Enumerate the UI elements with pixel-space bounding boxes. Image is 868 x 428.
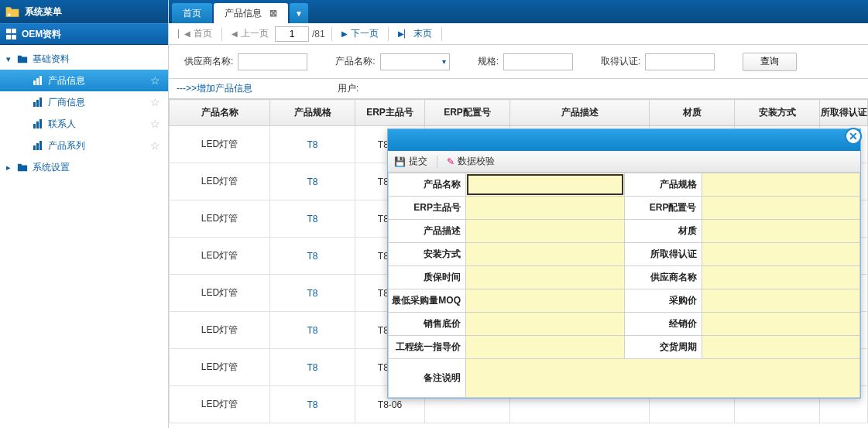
col-erp[interactable]: ERP主品号 (355, 100, 425, 126)
tree-item-product-series[interactable]: 产品系列 ☆ (0, 135, 168, 156)
filter-bar: 供应商名称: 产品名称: ▾ 规格: 取得认证: 查询 (169, 45, 868, 79)
tree-item-basic-data[interactable]: ▾ 基础资料 (0, 48, 168, 70)
form-input[interactable] (702, 313, 860, 335)
star-icon[interactable]: ☆ (150, 118, 160, 130)
star-icon[interactable]: ☆ (150, 139, 160, 152)
sidebar: 系统菜单 OEM资料 ▾ 基础资料 产品信息 ☆ 厂商信息 ☆ 联系人 ☆ 产品… (0, 0, 169, 428)
filter-spec: 规格: (478, 53, 573, 70)
form-input-cell (702, 266, 860, 289)
cell-name: LED灯管 (170, 126, 270, 163)
col-name[interactable]: 产品名称 (170, 100, 270, 126)
spec-input[interactable] (503, 53, 573, 70)
add-product-link[interactable]: --->>增加产品信息 (177, 82, 252, 95)
form-input[interactable] (466, 220, 624, 242)
form-row: 产品名称产品规格 (389, 173, 860, 197)
form-input[interactable] (466, 359, 859, 397)
svg-rect-3 (33, 102, 36, 107)
tree-item-contacts[interactable]: 联系人 ☆ (0, 113, 168, 135)
form-input[interactable] (702, 173, 860, 196)
dialog-close-button[interactable]: ✕ (845, 128, 862, 145)
cell-spec[interactable]: T8 (270, 386, 355, 423)
chart-icon (33, 140, 43, 151)
tree-item-system-settings[interactable]: ▸ 系统设置 (0, 156, 168, 178)
star-icon[interactable]: ☆ (150, 96, 160, 108)
col-erpcfg[interactable]: ERP配置号 (425, 100, 510, 126)
col-desc[interactable]: 产品描述 (510, 100, 650, 126)
col-cert[interactable]: 所取得认证 (820, 100, 868, 126)
cell-spec[interactable]: T8 (270, 275, 355, 312)
cell-spec[interactable]: T8 (270, 163, 355, 200)
separator (441, 27, 442, 41)
form-label: 最低采购量MOQ (389, 289, 466, 313)
cell-spec[interactable]: T8 (270, 126, 355, 163)
validate-button[interactable]: ✎ 数据校验 (447, 155, 495, 168)
form-input[interactable] (702, 197, 860, 219)
svg-rect-7 (36, 122, 39, 128)
star-icon[interactable]: ☆ (150, 74, 160, 87)
col-spec[interactable]: 产品规格 (270, 100, 355, 126)
form-input[interactable] (466, 266, 624, 289)
form-input[interactable] (702, 220, 860, 242)
submit-button[interactable]: 💾 提交 (394, 155, 427, 168)
filter-label: 规格: (478, 55, 499, 68)
svg-rect-11 (39, 141, 42, 150)
button-label: 数据校验 (458, 155, 495, 168)
form-label: 产品名称 (389, 173, 466, 197)
tab-home[interactable]: 首页 (172, 3, 212, 23)
svg-rect-10 (36, 143, 39, 150)
tab-product-info[interactable]: 产品信息 ⊠ (214, 3, 288, 23)
svg-rect-2 (39, 76, 42, 85)
next-icon: ▶ (341, 29, 348, 38)
cell-name: LED灯管 (170, 349, 270, 386)
form-input-cell (466, 173, 625, 197)
product-edit-dialog: ✕ 💾 提交 ✎ 数据校验 产品名称产品规格ERP主品号ERP配置号产品描述材质… (387, 128, 861, 399)
cell-spec[interactable]: T8 (270, 349, 355, 386)
sidebar-section-oem[interactable]: OEM资料 (0, 23, 168, 45)
cell-spec[interactable]: T8 (270, 238, 355, 275)
chart-icon (33, 97, 43, 108)
form-input[interactable] (466, 289, 624, 312)
form-input[interactable] (466, 243, 624, 265)
tree-label: 产品系列 (48, 139, 85, 152)
product-combo[interactable]: ▾ (380, 53, 450, 70)
pager-first[interactable]: ▏◀首页 (175, 27, 215, 40)
cell-spec[interactable]: T8 (270, 312, 355, 349)
form-input[interactable] (466, 313, 624, 335)
query-button[interactable]: 查询 (743, 53, 797, 71)
expand-icon[interactable]: ▾ (5, 54, 12, 64)
pager-next[interactable]: ▶下一页 (338, 27, 382, 40)
dialog-header[interactable]: ✕ (388, 129, 860, 151)
form-input[interactable] (702, 243, 860, 265)
form-input[interactable] (466, 173, 624, 196)
tree-item-vendor-info[interactable]: 厂商信息 ☆ (0, 91, 168, 113)
pager-page-input[interactable] (275, 26, 309, 42)
form-input[interactable] (702, 266, 860, 289)
tree-item-product-info[interactable]: 产品信息 ☆ (0, 70, 168, 91)
form-input[interactable] (466, 197, 624, 219)
tree-label: 厂商信息 (48, 96, 85, 109)
sidebar-title: 系统菜单 (25, 5, 62, 19)
pager-last[interactable]: ▶▏末页 (395, 27, 435, 40)
expand-icon[interactable]: ▸ (5, 163, 12, 173)
pager-prev[interactable]: ◀上一页 (228, 27, 272, 40)
user-label: 用户: (338, 82, 359, 95)
form-label: 产品描述 (389, 220, 466, 243)
form-label: 交货周期 (624, 336, 702, 359)
form-input[interactable] (466, 336, 624, 358)
cert-input[interactable] (645, 53, 715, 70)
validate-icon: ✎ (447, 156, 455, 167)
supplier-input[interactable] (238, 53, 307, 70)
tab-dropdown[interactable]: ▼ (290, 3, 308, 23)
pager-total: /81 (312, 29, 325, 39)
cell-spec[interactable]: T8 (270, 200, 355, 238)
chart-icon (33, 75, 43, 86)
form-input[interactable] (702, 289, 860, 312)
form-row: 备注说明 (389, 359, 860, 398)
col-material[interactable]: 材质 (650, 100, 735, 126)
product-form: 产品名称产品规格ERP主品号ERP配置号产品描述材质安装方式所取得认证质保时间供… (388, 173, 860, 398)
col-install[interactable]: 安装方式 (735, 100, 820, 126)
tab-close-icon[interactable]: ⊠ (269, 8, 277, 19)
nav-tree: ▾ 基础资料 产品信息 ☆ 厂商信息 ☆ 联系人 ☆ 产品系列 ☆ ▸ 系统设置 (0, 45, 168, 181)
form-input[interactable] (702, 336, 860, 358)
form-row: 工程统一指导价交货周期 (389, 336, 860, 359)
